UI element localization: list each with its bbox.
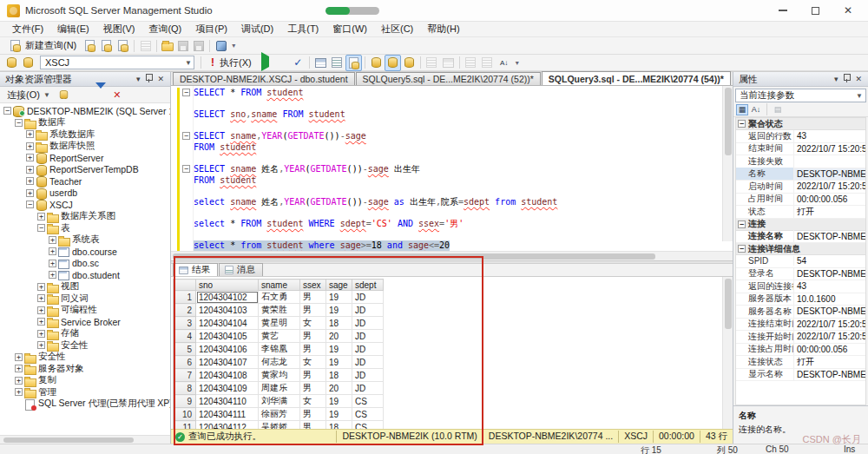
parse-button[interactable]: ✓ xyxy=(290,55,306,71)
grid-cell[interactable]: 18 xyxy=(326,317,352,330)
save-button[interactable] xyxy=(175,38,191,54)
grid-cell[interactable]: 19 xyxy=(326,304,352,317)
table-row[interactable]: 51204304106李锦凰男19JD xyxy=(174,343,384,356)
save-all-button[interactable] xyxy=(191,38,207,54)
property-row[interactable]: 返回的连接行数43 xyxy=(736,280,865,293)
grid-cell[interactable]: JD xyxy=(352,369,384,382)
grid-cell[interactable]: 黄艺 xyxy=(259,330,300,343)
client-stats-button[interactable] xyxy=(401,55,418,71)
grid-cell[interactable]: 女 xyxy=(300,317,326,330)
fold-collapse-icon[interactable]: − xyxy=(182,132,190,140)
database-combo[interactable]: XSCJ ▼ xyxy=(40,56,194,69)
grid-cell[interactable]: 黄家均 xyxy=(259,369,300,382)
estimated-plan-button[interactable] xyxy=(312,55,329,71)
grid-cell[interactable]: 1204304111 xyxy=(196,408,259,421)
grid-cell[interactable]: 黄星明 xyxy=(259,317,300,330)
grid-cell[interactable]: 20 xyxy=(326,330,352,343)
grid-cell[interactable]: JD xyxy=(352,343,384,356)
property-row[interactable]: 连接名称DESKTOP-NBME2IK xyxy=(736,231,865,244)
tree-item[interactable]: +系统数据库 xyxy=(0,128,170,141)
categorize-button[interactable]: ▦ xyxy=(736,104,748,115)
close-button[interactable]: ✕ xyxy=(844,5,852,16)
execute-button[interactable]: ! 执行(X) xyxy=(204,55,257,71)
property-row[interactable]: 返回的行数43 xyxy=(736,130,865,143)
open-file-button[interactable] xyxy=(160,38,175,53)
sort-alphabetical-button[interactable]: A↓ xyxy=(750,104,762,115)
expander-icon[interactable]: + xyxy=(49,260,56,267)
grid-column-header[interactable]: sage xyxy=(326,280,352,291)
property-row[interactable]: 状态打开 xyxy=(736,206,865,219)
results-to-text-button[interactable] xyxy=(424,55,440,71)
grid-cell[interactable]: CS xyxy=(352,395,384,408)
tab-active-document[interactable]: SQLQuery3.sql - DE...ME2IK\20774 (54))* xyxy=(542,71,731,85)
tree-item[interactable]: −XSCJ xyxy=(0,199,170,211)
collapse-icon[interactable]: − xyxy=(738,245,746,253)
collapse-icon[interactable]: − xyxy=(738,120,746,128)
grid-cell[interactable]: 男 xyxy=(300,343,326,356)
fold-collapse-icon[interactable]: − xyxy=(182,89,190,96)
grid-cell[interactable]: 男 xyxy=(300,304,326,317)
sql-editor[interactable]: −−− SELECT * FROM studentSELECT sno,snam… xyxy=(171,86,733,261)
tree-item[interactable]: +安全性 xyxy=(0,352,170,364)
expander-icon[interactable]: + xyxy=(26,130,34,138)
filter-button[interactable] xyxy=(92,87,108,103)
restore-button[interactable] xyxy=(812,7,819,15)
cancel-query-button[interactable] xyxy=(273,55,290,71)
mdx-query-button[interactable] xyxy=(115,37,131,54)
results-to-grid-button[interactable] xyxy=(440,55,457,71)
tab-messages[interactable]: 消息 xyxy=(219,263,263,276)
tab-document[interactable]: DESKTOP-NBME2IK.XSCJ - dbo.student xyxy=(173,72,355,85)
table-row[interactable]: 21204304103黄荣胜男19JD xyxy=(174,304,384,317)
grid-cell[interactable]: JD xyxy=(352,382,384,395)
tree-item[interactable]: +数据库快照 xyxy=(0,141,170,153)
grid-cell[interactable]: 1204304107 xyxy=(196,356,259,369)
tree-item[interactable]: +存储 xyxy=(0,328,170,340)
grid-cell[interactable]: 6 xyxy=(174,356,196,369)
grid-column-header[interactable] xyxy=(174,280,196,291)
grid-cell[interactable]: JD xyxy=(352,330,384,343)
collapse-icon[interactable]: − xyxy=(738,220,746,228)
grid-cell[interactable]: 9 xyxy=(174,395,196,408)
code-line[interactable]: select * FROM student WHERE sdept='CS' A… xyxy=(194,219,733,230)
results-grid[interactable]: snosnamessexsagesdept11204304102石文勇男19JD… xyxy=(173,279,384,429)
table-row[interactable]: 41204304105黄艺男20JD xyxy=(174,330,384,343)
grid-cell[interactable]: 19 xyxy=(326,291,352,304)
code-line[interactable]: FROM student xyxy=(194,175,733,187)
grid-cell[interactable]: 4 xyxy=(174,330,196,343)
properties-object-combo[interactable]: 当前连接参数 ▼ xyxy=(735,89,866,102)
expander-icon[interactable]: + xyxy=(37,294,45,302)
tree-item[interactable]: −DESKTOP-NBME2IK (SQL Server 10.0.160... xyxy=(0,105,170,117)
expander-icon[interactable]: + xyxy=(26,154,34,161)
expander-icon[interactable]: − xyxy=(37,224,45,232)
grid-column-header[interactable]: ssex xyxy=(300,280,326,291)
stop-button[interactable] xyxy=(74,87,90,103)
tree-item[interactable]: +userdb xyxy=(0,188,170,200)
expander-icon[interactable]: + xyxy=(37,213,45,220)
tree-item[interactable]: +同义词 xyxy=(0,293,170,305)
expander-icon[interactable]: + xyxy=(37,318,45,326)
tree-item[interactable]: +服务器对象 xyxy=(0,363,170,375)
activity-monitor-button[interactable] xyxy=(213,37,229,54)
property-row[interactable]: SPID54 xyxy=(736,255,865,268)
property-section[interactable]: −聚合状态 xyxy=(736,118,865,130)
expander-icon[interactable]: − xyxy=(15,119,23,127)
property-row[interactable]: 连接状态打开 xyxy=(736,356,865,369)
expander-icon[interactable]: + xyxy=(37,283,45,291)
table-row[interactable]: 101204304111徐丽芳男19CS xyxy=(174,408,384,421)
grid-cell[interactable]: CS xyxy=(352,421,384,430)
new-query-button[interactable]: 新建查询(N) xyxy=(3,37,82,54)
grid-cell[interactable]: 石文勇 xyxy=(259,291,300,304)
tree-item[interactable]: +视图 xyxy=(0,281,170,293)
grid-cell[interactable]: 10 xyxy=(174,408,196,421)
delete-button[interactable]: ✕ xyxy=(110,87,124,103)
grid-cell[interactable]: 1204304112 xyxy=(196,421,259,430)
copy-button[interactable] xyxy=(137,37,154,54)
grid-cell[interactable]: 1204304103 xyxy=(196,304,259,317)
menu-item[interactable]: 帮助(H) xyxy=(420,21,466,37)
grid-cell[interactable]: JD xyxy=(352,317,384,330)
results-vscrollbar[interactable] xyxy=(722,277,733,429)
code-line[interactable] xyxy=(194,99,733,110)
grid-cell[interactable]: 19 xyxy=(326,343,352,356)
grid-cell[interactable]: 1204304105 xyxy=(196,330,259,343)
tree-item[interactable]: SQL Server 代理(已禁用代理 XP) xyxy=(0,398,170,411)
